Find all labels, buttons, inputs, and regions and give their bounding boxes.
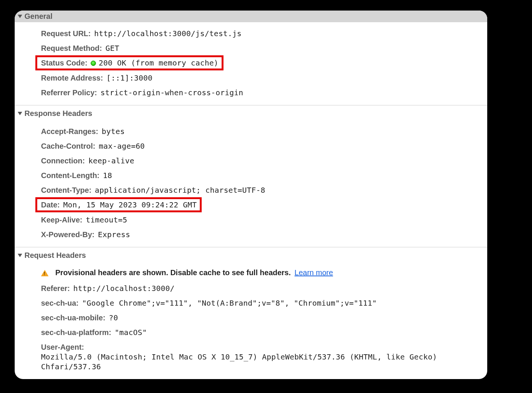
label-keep-alive: Keep-Alive: xyxy=(41,215,82,225)
value-user-agent: Mozilla/5.0 (Macintosh; Intel Mac OS X 1… xyxy=(41,352,487,372)
chevron-down-icon xyxy=(18,112,22,115)
label-cache-control: Cache-Control: xyxy=(41,141,95,151)
warning-text: Provisional headers are shown. Disable c… xyxy=(55,268,291,277)
value-request-url: http://localhost:3000/js/test.js xyxy=(94,29,242,38)
section-title: Request Headers xyxy=(24,251,86,260)
value-x-powered-by: Express xyxy=(98,230,130,239)
response-rows: Accept-Ranges: bytes Cache-Control: max-… xyxy=(15,120,487,247)
row-accept-ranges: Accept-Ranges: bytes xyxy=(37,124,487,139)
section-title: Response Headers xyxy=(24,109,92,118)
value-date: Mon, 15 May 2023 09:24:22 GMT xyxy=(63,200,197,210)
label-referer: Referer: xyxy=(41,283,70,293)
row-provisional-warning: Provisional headers are shown. Disable c… xyxy=(37,266,487,281)
devtools-headers-panel: General Request URL: http://localhost:30… xyxy=(15,11,487,379)
label-user-agent: User-Agent: xyxy=(41,342,84,352)
value-keep-alive: timeout=5 xyxy=(86,215,127,225)
value-remote-address: [::1]:3000 xyxy=(106,73,152,83)
label-sec-ch-ua-mobile: sec-ch-ua-mobile: xyxy=(41,313,105,323)
label-status-code: Status Code: xyxy=(41,58,87,68)
request-rows: Provisional headers are shown. Disable c… xyxy=(15,262,487,379)
label-x-powered-by: X-Powered-By: xyxy=(41,230,94,239)
value-cache-control: max-age=60 xyxy=(99,141,144,151)
value-sec-ch-ua-platform: "macOS" xyxy=(115,328,147,337)
row-content-type: Content-Type: application/javascript; ch… xyxy=(37,183,487,197)
chevron-down-icon xyxy=(18,254,22,257)
row-connection: Connection: keep-alive xyxy=(37,153,487,168)
value-sec-ch-ua: "Google Chrome";v="111", "Not(A:Brand";v… xyxy=(82,298,377,308)
value-content-type: application/javascript; charset=UTF-8 xyxy=(95,185,265,195)
row-referrer-policy: Referrer Policy: strict-origin-when-cros… xyxy=(37,85,487,100)
label-request-url: Request URL: xyxy=(41,29,91,38)
value-accept-ranges: bytes xyxy=(102,126,125,136)
value-sec-ch-ua-mobile: ?0 xyxy=(109,313,118,323)
row-sec-ch-ua-platform: sec-ch-ua-platform: "macOS" xyxy=(37,325,487,340)
label-connection: Connection: xyxy=(41,156,85,166)
value-referer: http://localhost:3000/ xyxy=(73,283,175,293)
row-x-powered-by: X-Powered-By: Express xyxy=(37,227,487,242)
section-header-response[interactable]: Response Headers xyxy=(15,105,487,120)
row-sec-ch-ua: sec-ch-ua: "Google Chrome";v="111", "Not… xyxy=(37,296,487,310)
label-sec-ch-ua: sec-ch-ua: xyxy=(41,298,79,308)
row-request-method: Request Method: GET xyxy=(37,41,487,55)
label-request-method: Request Method: xyxy=(41,43,102,53)
label-sec-ch-ua-platform: sec-ch-ua-platform: xyxy=(41,328,111,337)
label-referrer-policy: Referrer Policy: xyxy=(41,88,97,97)
label-date: Date: xyxy=(41,200,60,210)
row-keep-alive: Keep-Alive: timeout=5 xyxy=(37,212,487,227)
label-remote-address: Remote Address: xyxy=(41,73,103,83)
value-status-code: 200 OK (from memory cache) xyxy=(99,58,218,68)
row-status-code: Status Code: 200 OK (from memory cache) xyxy=(35,55,223,70)
label-content-length: Content-Length: xyxy=(41,171,100,180)
learn-more-link[interactable]: Learn more xyxy=(295,268,333,277)
row-remote-address: Remote Address: [::1]:3000 xyxy=(37,70,487,85)
row-request-url: Request URL: http://localhost:3000/js/te… xyxy=(37,26,487,41)
section-header-request[interactable]: Request Headers xyxy=(15,247,487,262)
value-content-length: 18 xyxy=(103,171,112,180)
row-referer: Referer: http://localhost:3000/ xyxy=(37,281,487,296)
chevron-down-icon xyxy=(18,15,22,18)
label-content-type: Content-Type: xyxy=(41,185,91,195)
row-content-length: Content-Length: 18 xyxy=(37,168,487,183)
label-accept-ranges: Accept-Ranges: xyxy=(41,126,98,136)
row-user-agent: User-Agent: Mozilla/5.0 (Macintosh; Inte… xyxy=(37,340,487,374)
row-sec-ch-ua-mobile: sec-ch-ua-mobile: ?0 xyxy=(37,310,487,325)
row-date: Date: Mon, 15 May 2023 09:24:22 GMT xyxy=(35,197,202,212)
value-connection: keep-alive xyxy=(88,156,134,166)
section-header-general[interactable]: General xyxy=(15,11,487,22)
row-cache-control: Cache-Control: max-age=60 xyxy=(37,139,487,153)
warning-icon xyxy=(41,270,49,276)
section-title: General xyxy=(24,12,52,21)
status-dot-icon xyxy=(91,61,96,66)
value-request-method: GET xyxy=(105,43,119,53)
value-referrer-policy: strict-origin-when-cross-origin xyxy=(100,88,243,97)
general-rows: Request URL: http://localhost:3000/js/te… xyxy=(15,22,487,105)
